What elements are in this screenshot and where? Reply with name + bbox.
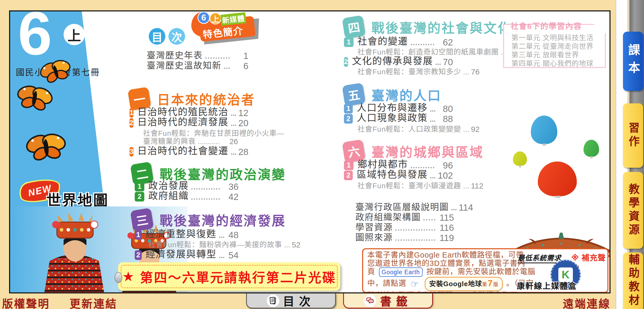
toc-entry-label: 經濟發展與轉型 (146, 246, 216, 260)
page-number: 12 (238, 108, 248, 118)
page-number: 1 (232, 51, 248, 61)
toc-entry[interactable]: 2 經濟發展與轉型 54 (135, 250, 239, 260)
info-text: 本電子書內建Google Earth軟體路徑檔，可帶 您遨遊世界各地的3D立體實… (367, 251, 533, 293)
next-volume-item: 第一單元 文明與科技生活 (511, 34, 605, 42)
toc-entry[interactable]: 臺灣歷史溫故知新 6 (147, 61, 248, 71)
info-line-3-post: 按鍵前，需先安裝此軟體於電腦 (426, 267, 535, 276)
page-number: 54 (226, 250, 239, 260)
toc-sub-entry[interactable]: 社會Fun輕鬆：臺灣宗教知多少 76 (357, 68, 453, 76)
page-number: 116 (437, 223, 454, 233)
item-number-badge: 2 (344, 57, 348, 67)
toc-entry[interactable]: 2 人口現象與政策 88 (344, 114, 453, 124)
dot-leader (451, 209, 457, 210)
item-number-badge: 1 (135, 230, 142, 240)
item-number-badge: 2 (344, 114, 353, 124)
google-earth-info-box: 本電子書內建Google Earth軟體路徑檔，可帶 您遨遊世界各地的3D立體實… (362, 248, 608, 293)
install-google-earth-button[interactable]: 安裝Google地球 第 7 版 (425, 277, 503, 291)
next-volume-item: 第三單元 放眼看世界 (511, 51, 605, 59)
toc-entry[interactable]: 2 政府組織 42 (135, 192, 239, 202)
side-tab-label: 課本 (625, 44, 642, 79)
item-number-badge: 2 (135, 192, 144, 201)
page-number: 80 (437, 104, 453, 114)
info-line-1: 本電子書內建Google Earth軟體路徑檔，可帶 (367, 251, 533, 259)
semester-label: 上 (67, 25, 81, 44)
min-system-requirements-link[interactable]: 最低系統需求 (518, 252, 561, 263)
dot-leader (191, 188, 220, 190)
toc-entry-label: 社會Fun輕鬆：臺灣小鎮漫遊趣 (357, 180, 461, 190)
logo-letter: K (562, 268, 570, 281)
copyright-link[interactable]: 版權聲明 (2, 295, 50, 309)
side-tab-workbook[interactable]: 習作 (623, 103, 643, 168)
bookmark-tab-label: 書籤 (380, 292, 412, 309)
side-tab-label: 輔助教材 (625, 254, 641, 308)
feature-intro-badge[interactable]: 6 上 新媒體 特色簡介 (189, 11, 262, 45)
toc-entry-label: 圖照來源 (355, 230, 393, 243)
dot-leader (395, 239, 435, 241)
toc-entry-label: 社會Fun輕鬆：臺灣宗教知多少 (357, 66, 461, 76)
side-tab-textbook[interactable]: 課本 (623, 32, 643, 91)
item-number-badge: 2 (344, 171, 353, 180)
update-link[interactable]: 更新連結 (70, 295, 117, 309)
toc-entry-label: 社會Fun輕鬆：人口政策變變變 (357, 123, 461, 134)
dot-leader (436, 64, 441, 65)
toc-entry[interactable]: 圖照來源 119 (355, 233, 454, 243)
dot-leader (231, 115, 236, 116)
toc-entry[interactable]: 2 區域特色與發展 102 (344, 171, 453, 181)
toc-sub-entry[interactable]: 社會Fun輕鬆：人口政策變變變 92 (357, 126, 453, 134)
sky-lantern-yellow (513, 151, 527, 166)
remote-connection-link[interactable]: 遠端連線 (563, 295, 611, 309)
badge-semester: 上 (209, 12, 221, 24)
side-tab-teaching-resources[interactable]: 教學資源 (623, 172, 643, 249)
toc-entry-label: 社會的變遷 (357, 33, 408, 48)
dot-leader (224, 68, 230, 69)
item-number-badge: 2 (135, 250, 142, 260)
toc-entry-label: 日治時代的社會變遷 (137, 143, 228, 157)
toc-tab-label: 目次 (283, 292, 315, 309)
page-number: 119 (437, 233, 454, 243)
dot-leader (191, 198, 220, 200)
page-number: 76 (471, 68, 479, 76)
brand-name: 康軒線上媒體盒 (517, 279, 577, 291)
google-earth-button[interactable]: Google Earth (379, 267, 423, 277)
page-number: 28 (238, 147, 248, 157)
dot-leader (464, 131, 469, 132)
item-number-badge: 1 (135, 182, 144, 191)
sky-lantern-green (584, 140, 599, 157)
item-number-badge: 3 (130, 147, 133, 157)
page-number: 114 (459, 202, 473, 213)
item-number-badge: 1 (344, 104, 353, 113)
toc-entry-label: 政府組織 (148, 188, 189, 202)
dot-leader (231, 125, 236, 126)
toc-bottom-tab[interactable]: 目次 (246, 293, 336, 308)
dot-leader (411, 44, 434, 45)
semester-badge: 上 (64, 24, 85, 45)
toc-entry[interactable]: 2 日治時代的經濟發展 20 (130, 118, 238, 128)
disc-notice-banner: ★ 第四～六單元請執行第二片光碟 (118, 262, 340, 291)
install-button-label: 安裝Google地球 (429, 278, 482, 290)
dot-leader (219, 237, 224, 238)
page-number: 20 (238, 118, 248, 128)
unit-number: 二 (135, 164, 149, 183)
dot-leader (284, 246, 290, 247)
page-number: 6 (232, 61, 248, 71)
toc-entry-label: 區域特色與發展 (357, 167, 428, 181)
dot-leader (464, 187, 469, 189)
ebook-reader: { "theme": { "frame_bg": "#F7DFA6", "pan… (0, 0, 644, 309)
next-volume-item: 第四單元 關心我們的地球 (511, 59, 605, 68)
toc-entry[interactable]: 3 日治時代的社會變遷 28 (130, 147, 238, 157)
toc-title: 目 次 (149, 28, 185, 45)
side-tab-supplementary-materials[interactable]: 輔助教材 (623, 252, 643, 309)
next-volume-title: 社會6下的學習內容 (511, 20, 582, 31)
bookmark-bottom-tab[interactable]: 書籤 (343, 293, 433, 308)
speech-bubbles-icon (364, 294, 376, 307)
star-icon: ★ (122, 269, 134, 284)
sky-lantern-blue (531, 116, 557, 144)
page-number: 62 (436, 37, 453, 48)
toc-sub-entry[interactable]: 社會Fun輕鬆：臺灣小鎮漫遊趣 112 (357, 182, 453, 190)
info-line-4-pre: 中，請點選 (367, 279, 406, 288)
version-number: 7 (487, 278, 493, 289)
pointing-hand-icon: ☞ (411, 279, 419, 289)
version-prefix: 第 (482, 279, 487, 290)
next-volume-list: 第一單元 文明與科技生活 第二單元 從臺灣走向世界 第三單元 放眼看世界 第四單… (504, 25, 605, 68)
toc-entry-label: 經濟重整與復甦 (146, 226, 216, 240)
